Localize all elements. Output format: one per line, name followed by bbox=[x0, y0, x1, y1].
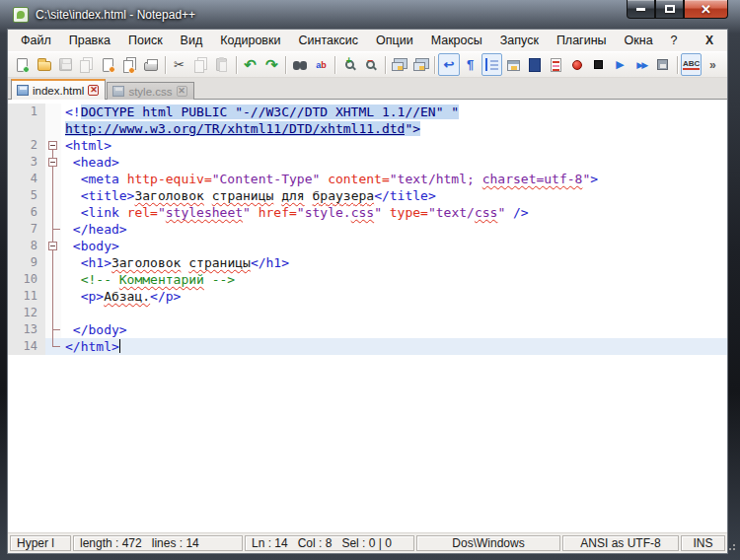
find-icon bbox=[291, 56, 309, 74]
code-text[interactable]: <html> bbox=[61, 137, 727, 154]
code-line: 12 bbox=[8, 305, 727, 321]
code-text[interactable]: <title>Заголовок страницы для браузера</… bbox=[61, 187, 727, 204]
menu-macro[interactable]: Макросы bbox=[422, 32, 491, 49]
show-all-characters-button[interactable]: ¶ bbox=[460, 53, 481, 76]
tab-close-icon[interactable]: ✕ bbox=[177, 86, 187, 97]
run-macro-multiple-button[interactable]: ▶▶ bbox=[630, 53, 652, 76]
spell-check-icon: ABC bbox=[683, 56, 701, 74]
code-segment bbox=[65, 272, 81, 287]
code-text[interactable]: </html> bbox=[61, 338, 727, 355]
code-text[interactable]: <!-- Комментарий --> bbox=[61, 271, 727, 288]
menubar-close-button[interactable]: X bbox=[696, 34, 723, 47]
minimize-icon bbox=[636, 8, 645, 11]
minimize-button[interactable] bbox=[627, 0, 655, 19]
function-list-icon bbox=[548, 56, 565, 74]
tab-close-icon[interactable]: ✕ bbox=[88, 85, 99, 96]
code-segment: Заголовок bbox=[134, 188, 203, 203]
code-segment: <html> bbox=[65, 138, 111, 153]
redo-button[interactable]: ↷ bbox=[260, 53, 282, 76]
zoom-out-icon: − bbox=[362, 56, 380, 74]
replace-button[interactable]: ab bbox=[311, 53, 333, 76]
zoom-out-button[interactable]: − bbox=[360, 53, 382, 76]
code-segment: </title> bbox=[374, 188, 436, 203]
undo-icon: ↶ bbox=[242, 56, 259, 74]
fold-margin bbox=[45, 338, 61, 355]
user-defined-dialog-button[interactable] bbox=[502, 53, 524, 76]
code-segment: Абзац. bbox=[104, 289, 150, 304]
open-file-button[interactable] bbox=[34, 53, 55, 76]
spell-check-button[interactable]: ABC bbox=[681, 53, 703, 76]
start-recording-icon bbox=[568, 56, 586, 74]
tab-style[interactable]: style.css✕ bbox=[107, 82, 193, 100]
show-indent-guide-button[interactable] bbox=[481, 53, 503, 76]
menu-encoding[interactable]: Кодировки bbox=[211, 32, 289, 49]
line-number: 1 bbox=[8, 104, 45, 120]
new-file-button[interactable] bbox=[12, 53, 34, 76]
sync-vertical-scroll-icon bbox=[391, 56, 408, 74]
code-text[interactable]: </head> bbox=[61, 221, 727, 238]
status-doc-length: length : 472 lines : 14 bbox=[73, 535, 243, 551]
resize-grip[interactable] bbox=[728, 541, 738, 551]
code-text[interactable]: <body> bbox=[61, 238, 727, 254]
line-number bbox=[8, 120, 45, 137]
toolbar-overflow-button[interactable]: » bbox=[702, 53, 723, 76]
menu-edit[interactable]: Правка bbox=[60, 32, 119, 49]
menu-file[interactable]: Файл bbox=[12, 32, 60, 49]
line-number: 11 bbox=[8, 288, 45, 305]
word-wrap-button[interactable]: ↩ bbox=[438, 53, 460, 76]
menu-run[interactable]: Запуск bbox=[491, 32, 548, 49]
tab-index[interactable]: index.html✕ bbox=[11, 79, 106, 100]
cut-button[interactable]: ✂ bbox=[169, 53, 190, 76]
close-file-button[interactable] bbox=[98, 53, 119, 76]
code-line: 7 </head> bbox=[8, 221, 727, 238]
code-segment bbox=[65, 289, 81, 304]
menu-help[interactable]: ? bbox=[662, 32, 687, 49]
code-text[interactable]: <meta http-equiv="Content-Type" content=… bbox=[61, 171, 727, 187]
save-all-icon bbox=[78, 56, 96, 74]
maximize-button[interactable] bbox=[655, 0, 684, 19]
code-text[interactable]: http://www.w3.org/TR/xhtml11/DTD/xhtml11… bbox=[61, 120, 727, 137]
menu-settings[interactable]: Опции bbox=[367, 32, 422, 49]
fold-margin bbox=[45, 104, 61, 120]
code-segment: <body> bbox=[73, 239, 119, 253]
fold-collapse-icon[interactable] bbox=[45, 137, 61, 154]
code-text[interactable]: <h1>Заголовок страницы</h1> bbox=[61, 254, 727, 271]
code-segment bbox=[65, 172, 81, 186]
toolbar-separator bbox=[385, 56, 386, 74]
close-all-button[interactable] bbox=[118, 53, 140, 76]
zoom-in-button[interactable]: + bbox=[338, 53, 360, 76]
code-text[interactable]: <head> bbox=[61, 154, 727, 171]
menu-window[interactable]: Окна bbox=[616, 32, 662, 49]
code-text[interactable]: <link rel="stylesheet" href="style.css" … bbox=[61, 204, 727, 221]
fold-collapse-icon[interactable] bbox=[45, 154, 61, 171]
code-line: 3 <head> bbox=[8, 154, 727, 171]
start-recording-button[interactable] bbox=[566, 53, 588, 76]
code-editor[interactable]: 1<!DOCTYPE html PUBLIC "-//W3C//DTD XHTM… bbox=[8, 100, 727, 532]
document-map-button[interactable] bbox=[524, 53, 546, 76]
code-text[interactable]: <!DOCTYPE html PUBLIC "-//W3C//DTD XHTML… bbox=[61, 104, 727, 120]
find-button[interactable] bbox=[289, 53, 311, 76]
save-all-button bbox=[76, 53, 98, 76]
save-recorded-macro-button[interactable] bbox=[652, 53, 674, 76]
menu-plugins[interactable]: Плагины bbox=[548, 32, 616, 49]
code-segment bbox=[251, 205, 259, 220]
close-button[interactable]: ✕ bbox=[684, 0, 728, 19]
sync-horizontal-scroll-button[interactable] bbox=[409, 53, 431, 76]
menu-search[interactable]: Поиск bbox=[119, 32, 172, 49]
code-text[interactable] bbox=[61, 305, 727, 321]
close-file-icon bbox=[100, 56, 117, 74]
code-text[interactable]: </body> bbox=[61, 321, 727, 338]
playback-macro-button[interactable]: ▶ bbox=[610, 53, 631, 76]
function-list-button[interactable] bbox=[546, 53, 567, 76]
sync-vertical-scroll-button[interactable] bbox=[389, 53, 410, 76]
fold-collapse-icon[interactable] bbox=[45, 238, 61, 254]
menu-view[interactable]: Вид bbox=[172, 32, 212, 49]
menu-language[interactable]: Синтаксис bbox=[289, 32, 367, 49]
stop-recording-button[interactable] bbox=[588, 53, 610, 76]
code-text[interactable]: <p>Абзац.</p> bbox=[61, 288, 727, 305]
code-segment bbox=[320, 172, 328, 186]
print-button[interactable] bbox=[140, 53, 162, 76]
toolbar-separator bbox=[236, 56, 237, 74]
undo-button[interactable]: ↶ bbox=[240, 53, 261, 76]
line-number: 14 bbox=[8, 338, 45, 355]
